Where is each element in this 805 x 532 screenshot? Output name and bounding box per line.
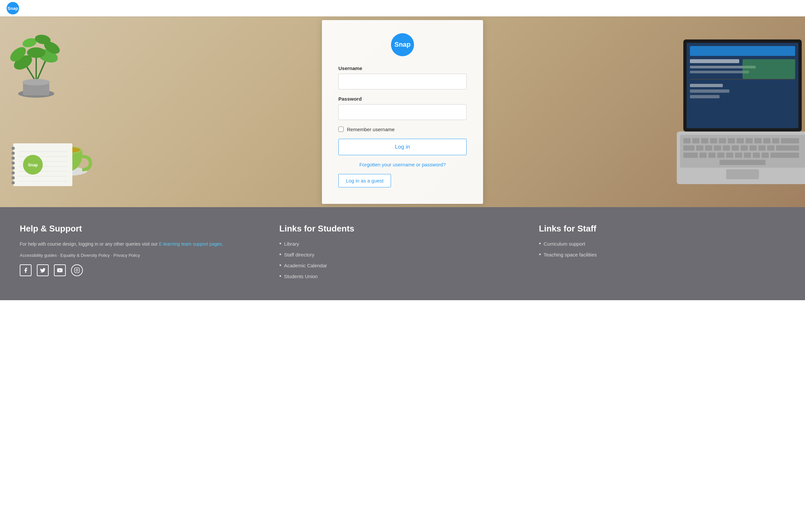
svg-rect-50 <box>758 145 766 151</box>
username-input[interactable] <box>338 74 467 90</box>
students-list: LibraryStaff directoryAcademic CalendarS… <box>279 240 525 280</box>
svg-rect-30 <box>683 138 691 144</box>
svg-rect-58 <box>735 153 742 158</box>
svg-rect-40 <box>772 138 779 144</box>
svg-point-10 <box>27 48 45 58</box>
header-logo: Snap <box>6 2 19 15</box>
desk-laptop-decoration <box>677 33 805 192</box>
help-body: For help with course design, logging in … <box>20 240 266 248</box>
svg-rect-38 <box>754 138 762 144</box>
svg-rect-31 <box>692 138 699 144</box>
svg-rect-36 <box>736 138 744 144</box>
svg-rect-35 <box>728 138 735 144</box>
svg-rect-63 <box>720 160 766 165</box>
svg-rect-87 <box>75 268 80 273</box>
svg-rect-49 <box>749 145 757 151</box>
privacy-link[interactable]: Privacy Policy <box>113 253 140 258</box>
remember-label: Remember username <box>347 127 395 132</box>
svg-rect-56 <box>717 153 725 158</box>
svg-point-74 <box>12 171 15 175</box>
svg-rect-39 <box>763 138 770 144</box>
facebook-icon[interactable] <box>20 264 32 276</box>
svg-rect-62 <box>770 153 799 158</box>
student-list-item: Library <box>279 240 525 247</box>
hero-section: Snap Snap Username Password Remember use… <box>0 16 805 207</box>
twitter-icon[interactable] <box>37 264 49 276</box>
password-label: Password <box>338 96 467 101</box>
remember-checkbox[interactable] <box>338 127 344 132</box>
svg-point-71 <box>12 156 15 160</box>
svg-rect-48 <box>741 145 748 151</box>
guest-login-button[interactable]: Log in as a guest <box>338 174 391 187</box>
elearning-link[interactable]: E-learning team support pages. <box>159 241 223 247</box>
staff-list-item: Teaching space facilities <box>539 251 785 258</box>
staff-list: Curriculum supportTeaching space facilit… <box>539 240 785 258</box>
student-list-item: Academic Calendar <box>279 262 525 269</box>
svg-rect-52 <box>776 145 799 151</box>
svg-rect-60 <box>753 153 760 158</box>
svg-point-72 <box>12 162 15 165</box>
svg-rect-32 <box>701 138 708 144</box>
svg-rect-41 <box>781 138 799 144</box>
svg-rect-43 <box>696 145 703 151</box>
svg-rect-59 <box>744 153 751 158</box>
footer-policy-links: Accessibility guides · Equality & Divers… <box>20 253 266 258</box>
svg-rect-26 <box>690 90 729 93</box>
svg-rect-34 <box>719 138 726 144</box>
svg-point-76 <box>12 181 15 185</box>
staff-list-item: Curriculum support <box>539 240 785 247</box>
password-input[interactable] <box>338 104 467 120</box>
svg-rect-61 <box>762 153 769 158</box>
staff-link[interactable]: Curriculum support <box>543 241 585 247</box>
svg-point-69 <box>12 147 15 150</box>
svg-rect-55 <box>708 153 715 158</box>
student-link[interactable]: Academic Calendar <box>284 263 327 268</box>
svg-rect-53 <box>683 153 698 158</box>
svg-point-73 <box>12 166 15 170</box>
student-list-item: Staff directory <box>279 251 525 258</box>
instagram-icon[interactable] <box>71 264 83 276</box>
help-support-section: Help & Support For help with course desi… <box>20 224 266 284</box>
staff-links-section: Links for Staff Curriculum supportTeachi… <box>539 224 785 284</box>
svg-rect-45 <box>714 145 721 151</box>
student-link[interactable]: Staff directory <box>284 252 314 258</box>
students-links-section: Links for Students LibraryStaff director… <box>279 224 525 284</box>
student-list-item: Students Union <box>279 273 525 280</box>
desk-plant-decoration <box>0 16 72 99</box>
staff-link[interactable]: Teaching space facilities <box>543 252 597 258</box>
accessibility-link[interactable]: Accessibility guides <box>20 253 57 258</box>
svg-rect-24 <box>690 79 795 80</box>
svg-rect-37 <box>746 138 753 144</box>
svg-rect-27 <box>690 95 720 98</box>
students-title: Links for Students <box>279 224 525 234</box>
forgot-link[interactable]: Forgotten your username or password? <box>338 162 467 167</box>
login-card: Snap Username Password Remember username… <box>322 20 483 204</box>
svg-point-15 <box>22 79 50 86</box>
svg-rect-42 <box>683 145 694 151</box>
svg-text:Snap: Snap <box>28 163 38 167</box>
svg-point-75 <box>12 176 15 179</box>
equality-link[interactable]: Equality & Diversity Policy <box>60 253 110 258</box>
svg-rect-54 <box>699 153 707 158</box>
username-label: Username <box>338 65 467 71</box>
svg-rect-47 <box>732 145 739 151</box>
login-button[interactable]: Log in <box>338 139 467 155</box>
student-link[interactable]: Students Union <box>284 273 318 279</box>
svg-rect-25 <box>690 84 723 87</box>
svg-rect-19 <box>690 46 795 56</box>
svg-point-70 <box>12 152 15 155</box>
svg-rect-23 <box>743 59 795 79</box>
staff-title: Links for Staff <box>539 224 785 234</box>
remember-row: Remember username <box>338 127 467 132</box>
youtube-icon[interactable] <box>54 264 66 276</box>
svg-rect-33 <box>710 138 717 144</box>
desk-notebook-decoration: Snap <box>6 133 79 191</box>
svg-rect-64 <box>726 169 759 179</box>
site-footer: Help & Support For help with course desi… <box>0 207 805 300</box>
svg-rect-22 <box>690 71 749 73</box>
svg-rect-57 <box>726 153 733 158</box>
svg-rect-46 <box>723 145 730 151</box>
site-header: Snap <box>0 0 805 16</box>
social-icons <box>20 264 266 276</box>
student-link[interactable]: Library <box>284 241 299 247</box>
